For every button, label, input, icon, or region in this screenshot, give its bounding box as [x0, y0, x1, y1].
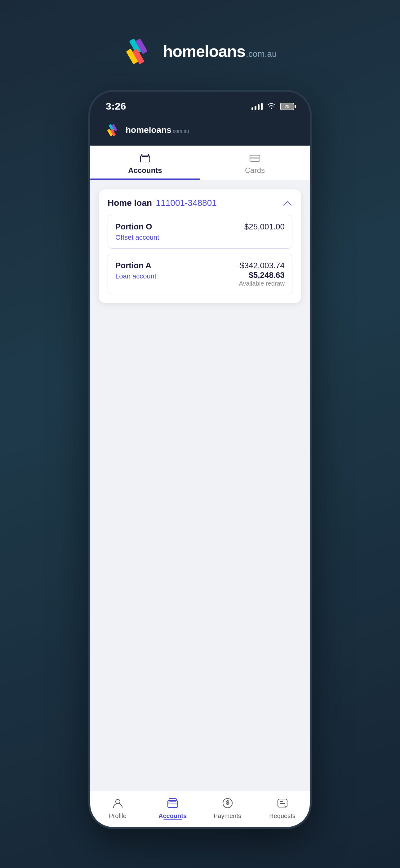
portion-a-redraw-amount: $5,248.63 [237, 270, 285, 280]
main-content: Home loan 111001-348801 Portion O Offset… [90, 180, 310, 791]
portion-a-loan-amount: -$342,003.74 [237, 261, 285, 270]
nav-payments[interactable]: $ Payments [200, 796, 255, 819]
signal-icon [252, 103, 263, 110]
requests-icon [276, 796, 289, 810]
battery-icon: 75 [280, 103, 294, 110]
wifi-icon [267, 102, 276, 111]
tab-bar: Accounts Cards [90, 146, 310, 180]
portion-o-name: Portion O [115, 222, 159, 231]
app-header-logo: homeloans.com.au [106, 123, 189, 137]
phone-mockup: 3:26 75 [88, 90, 312, 829]
nav-profile-label: Profile [109, 812, 127, 819]
top-logo-text: homeloans.com.au [163, 42, 276, 61]
svg-point-13 [116, 799, 120, 804]
portion-a-type: Loan account [115, 272, 156, 280]
portion-o-info: Portion O Offset account [115, 222, 159, 242]
bottom-nav: Profile Accounts $ Payments [90, 791, 310, 827]
nav-requests[interactable]: Requests [255, 796, 310, 819]
nav-requests-label: Requests [269, 812, 296, 819]
portion-o-card[interactable]: Portion O Offset account $25,001.00 [108, 215, 292, 249]
tab-cards[interactable]: Cards [200, 146, 310, 180]
status-time: 3:26 [106, 101, 126, 112]
portion-a-amounts: -$342,003.74 $5,248.63 Available redraw [237, 261, 285, 287]
portion-a-redraw-label: Available redraw [237, 280, 285, 287]
svg-rect-14 [168, 801, 178, 807]
portion-o-type: Offset account [115, 234, 159, 242]
chevron-up-icon[interactable] [282, 198, 292, 208]
person-icon [111, 796, 125, 810]
app-header-brand: homeloans.com.au [126, 125, 189, 135]
nav-active-bar [163, 819, 182, 819]
nav-profile[interactable]: Profile [90, 796, 145, 819]
portion-a-card[interactable]: Portion A Loan account -$342,003.74 $5,2… [108, 254, 292, 294]
top-logo-icon [123, 37, 157, 65]
portion-a-info: Portion A Loan account [115, 261, 156, 280]
account-type-label: Home loan [108, 198, 152, 208]
status-bar: 3:26 75 [90, 92, 310, 117]
nav-payments-label: Payments [214, 812, 241, 819]
app-header: homeloans.com.au [90, 117, 310, 146]
nav-accounts[interactable]: Accounts [145, 796, 200, 819]
status-icons: 75 [252, 102, 294, 111]
payments-icon: $ [221, 796, 234, 810]
accounts-tab-icon [139, 152, 151, 164]
account-number-label: 111001-348801 [156, 198, 217, 208]
svg-rect-12 [250, 157, 260, 159]
portion-o-amount: $25,001.00 [244, 222, 285, 231]
portion-o-row: Portion O Offset account $25,001.00 [115, 222, 285, 242]
top-logo-area: homeloans.com.au [123, 37, 276, 65]
portion-a-name: Portion A [115, 261, 156, 270]
portion-a-row: Portion A Loan account -$342,003.74 $5,2… [115, 261, 285, 287]
account-card: Home loan 111001-348801 Portion O Offset… [99, 189, 301, 303]
account-title-area: Home loan 111001-348801 [108, 198, 217, 208]
accounts-icon [166, 796, 179, 810]
svg-text:$: $ [226, 799, 229, 806]
cards-tab-icon [249, 152, 261, 164]
tab-accounts[interactable]: Accounts [90, 146, 200, 180]
tab-accounts-label: Accounts [128, 166, 162, 175]
account-card-header: Home loan 111001-348801 [108, 198, 292, 208]
tab-cards-label: Cards [245, 166, 265, 175]
